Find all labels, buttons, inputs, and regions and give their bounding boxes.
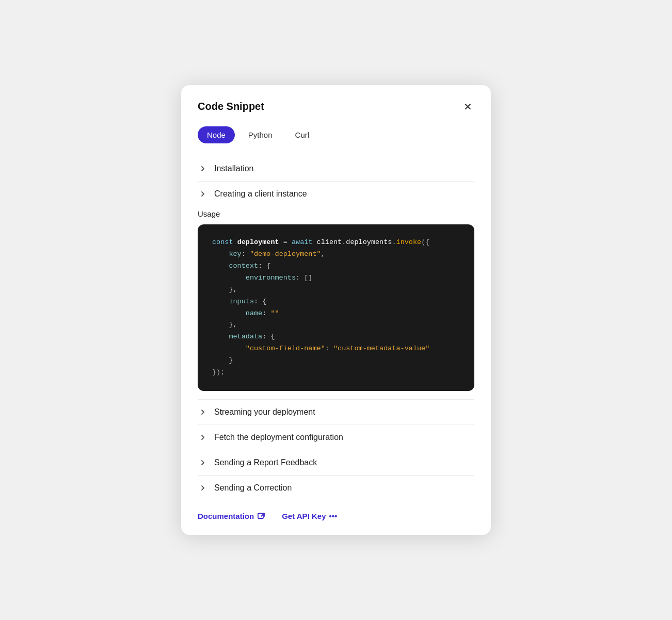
- divider-6: [198, 475, 474, 476]
- tab-python[interactable]: Python: [239, 126, 282, 143]
- divider-1: [198, 156, 474, 156]
- footer-links: Documentation Get API Key •••: [198, 503, 474, 520]
- svg-rect-0: [258, 513, 263, 518]
- chevron-icon-streaming: [198, 407, 208, 417]
- docs-label: Documentation: [198, 512, 254, 520]
- divider-3: [198, 399, 474, 400]
- section-streaming[interactable]: Streaming your deployment: [198, 401, 474, 423]
- section-feedback-label: Sending a Report Feedback: [214, 458, 317, 467]
- usage-label: Usage: [198, 209, 474, 218]
- section-correction[interactable]: Sending a Correction: [198, 477, 474, 499]
- section-installation[interactable]: Installation: [198, 157, 474, 180]
- language-tabs: Node Python Curl: [198, 126, 474, 143]
- section-streaming-label: Streaming your deployment: [214, 407, 315, 417]
- section-fetch-config[interactable]: Fetch the deployment configuration: [198, 426, 474, 449]
- api-key-link[interactable]: Get API Key •••: [282, 512, 337, 520]
- section-client-label: Creating a client instance: [214, 189, 307, 199]
- chevron-icon-client: [198, 189, 208, 199]
- chevron-icon-correction: [198, 483, 208, 493]
- modal-title: Code Snippet: [198, 101, 264, 112]
- chevron-icon-fetch: [198, 432, 208, 443]
- code-block: const deployment = await client.deployme…: [198, 224, 474, 391]
- api-key-label: Get API Key: [282, 512, 326, 520]
- section-fetch-label: Fetch the deployment configuration: [214, 433, 343, 442]
- close-button[interactable]: ✕: [461, 100, 474, 114]
- tab-node[interactable]: Node: [198, 126, 235, 143]
- divider-2: [198, 181, 474, 182]
- section-correction-label: Sending a Correction: [214, 483, 292, 493]
- divider-5: [198, 450, 474, 450]
- code-snippet-modal: Code Snippet ✕ Node Python Curl Installa…: [181, 85, 491, 535]
- api-key-dots: •••: [329, 512, 337, 520]
- section-client-instance[interactable]: Creating a client instance: [198, 183, 474, 205]
- external-link-icon: [257, 512, 265, 520]
- tab-curl[interactable]: Curl: [286, 126, 319, 143]
- modal-header: Code Snippet ✕: [198, 100, 474, 114]
- close-icon: ✕: [463, 102, 472, 112]
- section-report-feedback[interactable]: Sending a Report Feedback: [198, 451, 474, 474]
- documentation-link[interactable]: Documentation: [198, 512, 265, 520]
- section-installation-label: Installation: [214, 164, 254, 173]
- code-content: const deployment = await client.deployme…: [212, 237, 460, 379]
- chevron-icon-feedback: [198, 458, 208, 468]
- chevron-icon-installation: [198, 164, 208, 174]
- divider-4: [198, 425, 474, 425]
